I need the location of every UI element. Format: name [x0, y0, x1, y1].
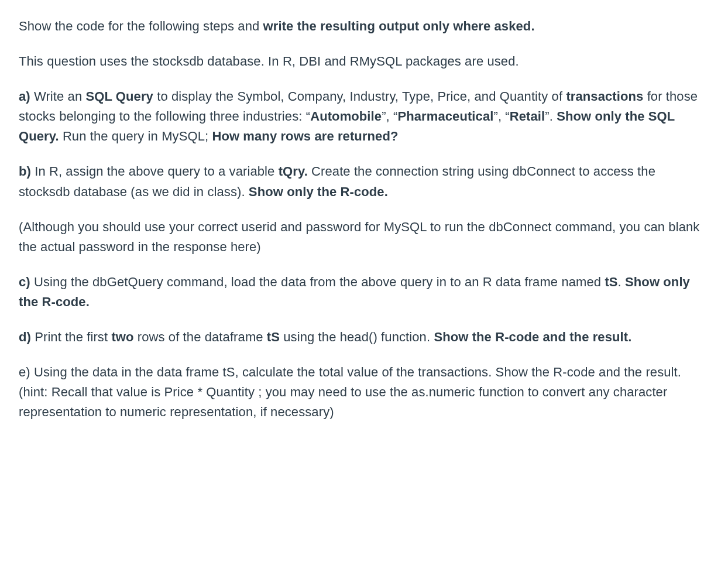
- text: e) Using the data in the data frame tS, …: [19, 365, 681, 419]
- text: rows of the dataframe: [134, 330, 267, 344]
- text: ”, “: [382, 109, 397, 124]
- text: This question uses the stocksdb database…: [19, 54, 519, 68]
- text: .: [618, 275, 625, 289]
- text: Print the first: [31, 330, 111, 344]
- text: Using the dbGetQuery command, load the d…: [30, 275, 605, 289]
- question-d: d) Print the first two rows of the dataf…: [19, 327, 709, 347]
- text: using the head() function.: [280, 330, 434, 344]
- text-bold: transactions: [566, 89, 643, 104]
- question-e: e) Using the data in the data frame tS, …: [19, 362, 709, 422]
- text-bold: Retail: [510, 109, 545, 124]
- question-label-b: b): [19, 164, 31, 179]
- question-b: b) In R, assign the above query to a var…: [19, 162, 709, 201]
- intro-line-2: This question uses the stocksdb database…: [19, 52, 709, 71]
- text-bold: two: [111, 330, 133, 344]
- text: Write an: [30, 89, 86, 104]
- text: In R, assign the above query to a variab…: [31, 164, 279, 179]
- question-a: a) Write an SQL Query to display the Sym…: [19, 87, 709, 146]
- text-bold: tQry.: [279, 164, 308, 179]
- text-bold: SQL Query: [86, 89, 153, 104]
- text-bold: write the resulting output only where as…: [263, 19, 535, 33]
- text: Run the query in MySQL;: [59, 129, 212, 143]
- text: (Although you should use your correct us…: [19, 220, 699, 254]
- text-bold: Show the R-code and the result.: [434, 330, 631, 344]
- question-label-d: d): [19, 330, 31, 344]
- intro-line-1: Show the code for the following steps an…: [19, 16, 709, 36]
- text: to display the Symbol, Company, Industry…: [153, 89, 566, 104]
- question-b-note: (Although you should use your correct us…: [19, 217, 709, 257]
- text-bold: tS: [605, 275, 617, 289]
- question-label-a: a): [19, 89, 30, 104]
- text-bold: Pharmaceutical: [397, 109, 493, 124]
- text-bold: tS: [267, 330, 280, 344]
- text: Show the code for the following steps an…: [19, 19, 263, 33]
- text-bold: How many rows are returned?: [212, 129, 398, 143]
- question-label-c: c): [19, 275, 30, 289]
- text: ”, “: [493, 109, 509, 124]
- question-c: c) Using the dbGetQuery command, load th…: [19, 272, 709, 312]
- text: ”.: [545, 109, 557, 124]
- text-bold: Show only the R-code.: [249, 184, 388, 199]
- text-bold: Automobile: [310, 109, 382, 124]
